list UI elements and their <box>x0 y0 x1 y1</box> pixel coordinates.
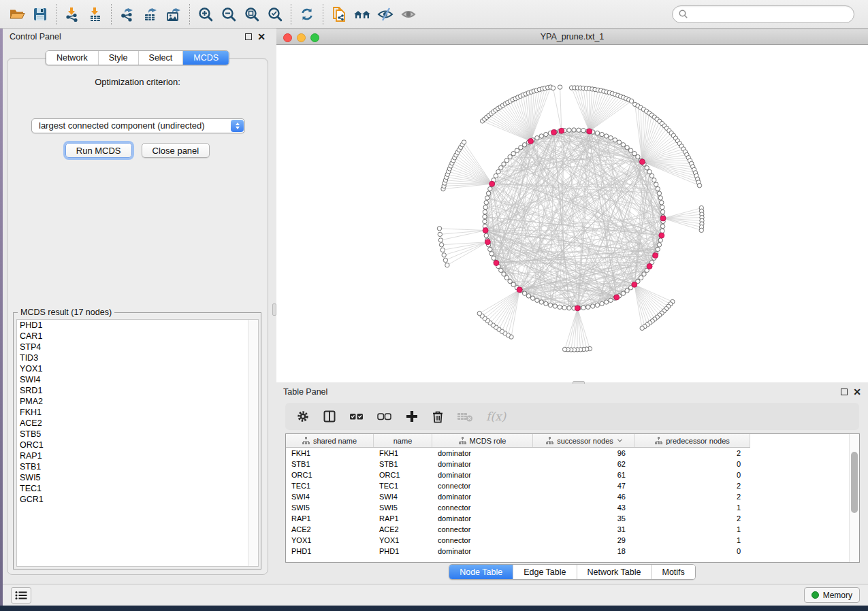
scrollbar-thumb[interactable] <box>851 452 858 513</box>
table-options-gear-button[interactable] <box>296 410 310 423</box>
mcds-result-item[interactable]: CAR1 <box>17 331 258 342</box>
mcds-result-item[interactable]: STB1 <box>17 461 258 472</box>
mcds-result-item[interactable]: SWI5 <box>17 472 258 483</box>
table-row[interactable]: SWI5SWI5connector431 <box>286 502 859 513</box>
mcds-result-item[interactable]: PHD1 <box>17 320 258 331</box>
mcds-result-item[interactable]: STB5 <box>17 429 258 440</box>
refresh-view-button[interactable] <box>295 3 319 26</box>
tab-motifs[interactable]: Motifs <box>651 565 694 579</box>
export-table-button[interactable] <box>139 3 162 26</box>
table-cell: FKH1 <box>374 449 432 457</box>
table-cell: dominator <box>432 449 533 457</box>
export-network-icon <box>118 5 136 23</box>
float-panel-icon[interactable] <box>245 33 252 40</box>
import-network-button[interactable] <box>61 3 84 26</box>
delete-column-button[interactable] <box>432 410 444 423</box>
mcds-result-item[interactable]: RAP1 <box>17 450 258 461</box>
column-header-predecessor-nodes[interactable]: predecessor nodes <box>635 434 750 447</box>
mcds-result-item[interactable]: GCR1 <box>17 494 258 505</box>
tab-node-table[interactable]: Node Table <box>449 565 513 579</box>
show-all-button[interactable] <box>397 3 420 26</box>
attribute-tree-icon <box>302 437 310 444</box>
toolbar-separator <box>291 4 291 24</box>
attribute-tree-icon <box>546 437 553 444</box>
table-cell: RAP1 <box>374 514 432 523</box>
first-neighbors-button[interactable] <box>351 3 374 26</box>
column-header-MCDS-role[interactable]: MCDS role <box>432 434 533 447</box>
mcds-result-item[interactable]: TID3 <box>17 352 258 363</box>
mcds-result-item[interactable]: SWI4 <box>17 374 258 385</box>
mcds-result-item[interactable]: FKH1 <box>17 407 258 418</box>
mcds-result-item[interactable]: ORC1 <box>17 440 258 450</box>
network-view[interactable] <box>276 45 868 382</box>
table-cell: 2 <box>635 449 750 457</box>
table-scrollbar[interactable] <box>849 434 859 562</box>
column-header-successor-nodes[interactable]: successor nodes <box>533 434 635 447</box>
search-box[interactable] <box>672 5 854 23</box>
table-cell: connector <box>432 536 533 544</box>
table-cell: 31 <box>533 525 635 533</box>
task-history-button[interactable] <box>11 587 31 604</box>
table-row[interactable]: SWI4SWI4dominator462 <box>286 491 859 502</box>
deselect-all-button[interactable] <box>377 410 392 423</box>
select-all-button[interactable] <box>349 410 364 423</box>
tab-mcds[interactable]: MCDS <box>182 51 229 65</box>
memory-button[interactable]: Memory <box>804 587 860 603</box>
save-session-button[interactable] <box>29 3 52 26</box>
mcds-result-item[interactable]: SRD1 <box>17 385 258 396</box>
table-cell: 35 <box>533 514 635 523</box>
close-window-icon[interactable] <box>283 33 292 42</box>
table-row[interactable]: PHD1PHD1dominator180 <box>286 546 859 557</box>
zoom-out-button[interactable] <box>217 3 240 26</box>
table-row[interactable]: ACE2ACE2connector311 <box>286 524 859 535</box>
mcds-result-item[interactable]: ACE2 <box>17 418 258 429</box>
tab-edge-table[interactable]: Edge Table <box>513 565 576 579</box>
export-image-button[interactable] <box>162 3 185 26</box>
zoom-selected-button[interactable] <box>263 3 287 26</box>
table-row[interactable]: YOX1YOX1connector291 <box>286 535 859 546</box>
zoom-fit-button[interactable] <box>240 3 263 26</box>
open-folder-icon <box>8 5 26 23</box>
close-panel-icon[interactable]: ✕ <box>853 389 861 395</box>
function-builder-button[interactable]: f(x) <box>486 410 506 423</box>
import-table-button[interactable] <box>84 3 107 26</box>
trash-icon <box>432 410 444 423</box>
mcds-result-item[interactable]: PMA2 <box>17 396 258 407</box>
close-panel-button[interactable]: Close panel <box>142 143 210 158</box>
open-file-button[interactable] <box>5 3 29 26</box>
table-row[interactable]: FKH1FKH1dominator962 <box>286 448 859 459</box>
tab-select[interactable]: Select <box>138 51 183 65</box>
mcds-result-item[interactable]: STP4 <box>17 342 258 352</box>
minimize-window-icon[interactable] <box>297 33 306 42</box>
mcds-result-item[interactable]: YOX1 <box>17 363 258 374</box>
criterion-select[interactable]: largest connected component (undirected) <box>31 118 245 133</box>
table-cell: ORC1 <box>374 471 432 479</box>
maximize-window-icon[interactable] <box>310 33 319 42</box>
network-graph[interactable] <box>276 45 868 382</box>
list-scrollbar[interactable] <box>248 320 258 566</box>
hide-selected-button[interactable] <box>374 3 397 26</box>
run-mcds-button[interactable]: Run MCDS <box>65 143 132 158</box>
close-panel-icon[interactable]: ✕ <box>257 33 266 40</box>
table-row[interactable]: RAP1RAP1dominator352 <box>286 513 859 524</box>
float-panel-icon[interactable] <box>841 389 848 395</box>
table-row[interactable]: ORC1ORC1dominator610 <box>286 469 859 480</box>
import-table-icon <box>86 5 104 23</box>
add-column-button[interactable] <box>405 410 419 423</box>
table-delete-icon <box>457 410 473 423</box>
show-column-button[interactable] <box>323 410 336 423</box>
new-network-from-selection-button[interactable] <box>327 3 351 26</box>
column-header-name[interactable]: name <box>374 434 432 447</box>
mcds-result-item[interactable]: TEC1 <box>17 483 258 494</box>
export-network-button[interactable] <box>116 3 139 26</box>
zoom-in-button[interactable] <box>194 3 217 26</box>
tab-network-table[interactable]: Network Table <box>577 565 652 579</box>
table-row[interactable]: TEC1TEC1connector472 <box>286 480 859 491</box>
search-input[interactable] <box>689 7 848 21</box>
tab-style[interactable]: Style <box>98 51 138 65</box>
select-stepper-icon <box>231 120 244 132</box>
tab-network[interactable]: Network <box>46 51 98 65</box>
table-row[interactable]: STB1STB1dominator620 <box>286 459 859 469</box>
column-header-shared-name[interactable]: shared name <box>286 434 374 447</box>
delete-table-button[interactable] <box>457 410 473 423</box>
